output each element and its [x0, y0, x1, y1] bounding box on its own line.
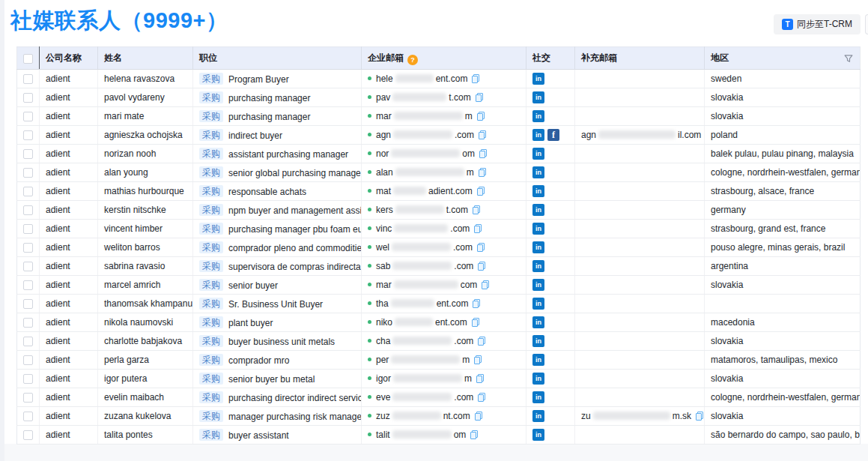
email-cell: wel.com	[362, 238, 526, 257]
row-checkbox[interactable]	[23, 299, 33, 309]
facebook-icon[interactable]: f	[547, 129, 559, 141]
copy-email-icon[interactable]	[478, 393, 485, 402]
row-checkbox[interactable]	[23, 74, 33, 84]
region-cell	[705, 295, 861, 313]
linkedin-icon[interactable]: in	[532, 241, 544, 253]
region-cell: argentina	[705, 257, 861, 276]
linkedin-icon[interactable]: in	[532, 73, 544, 85]
copy-email-icon[interactable]	[470, 430, 478, 439]
region-cell: sweden	[705, 70, 861, 88]
partial-button-edge[interactable]	[865, 14, 868, 34]
row-checkbox[interactable]	[23, 187, 33, 196]
copy-email-icon[interactable]	[475, 412, 482, 421]
email-cell: zuznt.com	[362, 407, 526, 426]
copy-email-icon[interactable]	[472, 318, 479, 327]
linkedin-icon[interactable]: in	[532, 316, 544, 328]
row-checkbox[interactable]	[23, 243, 33, 253]
row-checkbox[interactable]	[23, 149, 33, 159]
purchase-tag-badge: 采购	[199, 373, 223, 385]
region-filter-icon[interactable]	[844, 54, 853, 63]
linkedin-icon[interactable]: in	[532, 335, 544, 347]
sync-to-tcrm-button[interactable]: T 同步至T-CRM	[774, 14, 861, 34]
region-cell: pouso alegre, minas gerais, brazil	[705, 238, 861, 257]
email-suffix: adient.com	[428, 186, 473, 196]
row-checkbox[interactable]	[23, 130, 33, 140]
row-checkbox[interactable]	[23, 93, 33, 103]
column-header-social: 社交	[526, 47, 575, 70]
copy-email-icon[interactable]	[479, 149, 487, 158]
purchase-tag-badge: 采购	[199, 166, 223, 178]
table-row: adient mathias hurbourque 采购responsable …	[17, 182, 861, 201]
linkedin-icon[interactable]: in	[532, 354, 544, 366]
copy-email-icon[interactable]	[476, 93, 483, 102]
name-cell: vincent himber	[98, 220, 193, 238]
linkedin-icon[interactable]: in	[532, 129, 544, 141]
row-checkbox[interactable]	[23, 205, 33, 215]
copy-email-icon[interactable]	[474, 224, 482, 233]
copy-email-icon[interactable]	[473, 299, 480, 308]
row-checkbox[interactable]	[23, 262, 33, 271]
copy-email-icon[interactable]	[479, 130, 486, 139]
region-cell: strasbourg, grand est, france	[705, 220, 861, 238]
linkedin-icon[interactable]: in	[532, 223, 544, 235]
social-cell: in	[526, 107, 575, 126]
email-blur	[392, 412, 441, 420]
row-checkbox[interactable]	[23, 430, 33, 440]
row-checkbox[interactable]	[23, 112, 33, 121]
linkedin-icon[interactable]: in	[532, 298, 544, 310]
linkedin-icon[interactable]: in	[532, 429, 544, 441]
copy-email-icon[interactable]	[477, 243, 485, 252]
email-help-icon[interactable]: ?	[407, 55, 418, 65]
row-checkbox[interactable]	[23, 374, 33, 384]
row-checkbox[interactable]	[23, 168, 33, 178]
position-text: manager purchasing risk management	[228, 412, 362, 422]
table-row: adient evelin maibach 采购purchasing direc…	[17, 388, 861, 407]
position-cell: 采购comprador mro	[193, 351, 362, 370]
copy-email-icon[interactable]	[477, 187, 485, 196]
email-status-dot	[368, 358, 371, 361]
email-status-dot	[368, 208, 371, 211]
social-cell: in	[526, 426, 575, 445]
copy-email-icon[interactable]	[474, 355, 482, 364]
linkedin-icon[interactable]: in	[532, 204, 544, 216]
linkedin-icon[interactable]: in	[532, 166, 544, 178]
linkedin-icon[interactable]: in	[532, 148, 544, 160]
row-checkbox[interactable]	[23, 412, 33, 421]
copy-email-icon[interactable]	[479, 168, 486, 177]
linkedin-icon[interactable]: in	[532, 91, 544, 103]
row-checkbox[interactable]	[23, 224, 33, 234]
linkedin-icon[interactable]: in	[532, 373, 544, 385]
extra-email-cell	[575, 388, 705, 407]
copy-email-icon[interactable]	[477, 112, 485, 121]
column-header-extra-email: 补充邮箱	[575, 47, 705, 70]
linkedin-icon[interactable]: in	[532, 410, 544, 422]
row-checkbox[interactable]	[23, 355, 33, 365]
row-checkbox[interactable]	[23, 393, 33, 403]
row-select-cell	[17, 426, 40, 445]
position-text: purchasing manager	[228, 112, 310, 122]
copy-email-icon[interactable]	[476, 374, 484, 383]
social-cell: in	[526, 201, 575, 220]
copy-email-icon[interactable]	[478, 262, 485, 271]
linkedin-icon[interactable]: in	[532, 391, 544, 403]
copy-email-icon[interactable]	[482, 280, 489, 289]
position-cell: 采购npm buyer and management assistant	[193, 201, 362, 220]
position-text: assistant purchasing manager	[228, 149, 348, 160]
linkedin-icon[interactable]: in	[532, 279, 544, 291]
copy-email-icon[interactable]	[478, 337, 485, 346]
copy-email-icon[interactable]	[472, 74, 479, 83]
position-cell: 采购assistant purchasing manager	[193, 145, 362, 163]
linkedin-icon[interactable]: in	[532, 110, 544, 122]
purchase-tag-badge: 采购	[199, 204, 223, 216]
row-checkbox[interactable]	[23, 280, 33, 290]
linkedin-icon[interactable]: in	[532, 260, 544, 272]
sync-button-label: 同步至T-CRM	[797, 18, 852, 31]
copy-email-icon[interactable]	[473, 205, 480, 214]
linkedin-icon[interactable]: in	[532, 185, 544, 197]
row-checkbox[interactable]	[23, 337, 33, 346]
email-prefix: talit	[376, 430, 390, 440]
select-all-checkbox[interactable]	[23, 54, 33, 64]
copy-extra-email-icon[interactable]	[696, 412, 703, 421]
row-checkbox[interactable]	[23, 318, 33, 328]
extra-email-cell	[575, 88, 705, 107]
